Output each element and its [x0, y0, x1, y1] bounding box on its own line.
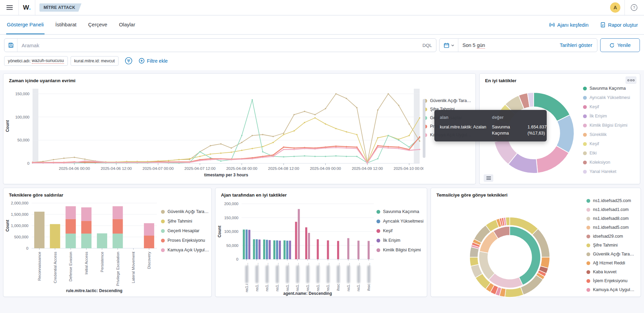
legend-item[interactable]: Şifre Tahmini: [161, 219, 211, 224]
explore-agent-button[interactable]: Ajanı keşfedin: [549, 22, 589, 28]
legend-item[interactable]: idsefsad29.com: [586, 234, 638, 239]
legend-item[interactable]: ns1.idsefsad25.com: [586, 198, 638, 203]
tab-gosterge-paneli[interactable]: Gösterge Paneli: [6, 15, 45, 34]
grouped-bar[interactable]: [305, 227, 307, 259]
help-button[interactable]: ?: [629, 2, 639, 13]
legend-item[interactable]: Süreklilik: [583, 132, 637, 137]
app-logo[interactable]: W.: [23, 4, 31, 11]
grouped-bar[interactable]: [266, 240, 268, 259]
grouped-bar[interactable]: [284, 240, 286, 259]
legend-item[interactable]: Ayrıcalık Yükseltmesi: [376, 219, 426, 224]
line-series[interactable]: [33, 118, 420, 163]
legend-item[interactable]: Güvenlik Açığı Tara…: [423, 98, 475, 103]
grouped-bar[interactable]: [337, 241, 339, 259]
legend-item[interactable]: Kaba kuvvet: [586, 270, 638, 274]
legend-item[interactable]: Savunma Kaçınma: [583, 86, 637, 91]
calendar-button[interactable]: [439, 39, 458, 52]
legend-item[interactable]: Ayrıcalık Yükseltmesi: [583, 95, 637, 100]
stacked-bar-segment[interactable]: [65, 206, 76, 219]
grouped-bar[interactable]: [263, 239, 265, 259]
legend-item[interactable]: Kamuya Açık Uygul…: [586, 287, 638, 292]
legend-item[interactable]: Keşif: [583, 104, 637, 109]
grouped-bar[interactable]: [368, 241, 370, 259]
tab-olaylar[interactable]: Olaylar: [118, 15, 136, 34]
grouped-bar[interactable]: [248, 230, 250, 259]
show-dates-button[interactable]: Tarihleri göster: [555, 42, 597, 48]
refresh-button[interactable]: Yenile: [600, 38, 640, 52]
grouped-bar[interactable]: [253, 239, 255, 259]
stacked-bar-segment[interactable]: [34, 212, 45, 248]
legend-item[interactable]: Güvenlik Açığı Tara…: [161, 209, 211, 214]
sunburst-outer-slice[interactable]: [506, 217, 510, 226]
save-query-button[interactable]: [4, 39, 17, 52]
legend-item[interactable]: Koleksiyon: [583, 160, 637, 165]
stacked-bar-segment[interactable]: [81, 208, 91, 221]
stacked-bar-segment[interactable]: [144, 236, 154, 248]
legend-item[interactable]: Savunma Kaçınma: [376, 209, 426, 214]
grouped-bar[interactable]: [286, 241, 288, 259]
filter-options-button[interactable]: [123, 55, 134, 66]
legend-item[interactable]: ns1.idsefsad5.com: [586, 225, 638, 230]
legend-list-button[interactable]: [484, 174, 493, 182]
filter-pill-mitre-id[interactable]: kural.mitre.id: mevcut: [71, 56, 119, 66]
stacked-bar-segment[interactable]: [50, 224, 60, 248]
grouped-bar[interactable]: [295, 222, 297, 259]
panel-options-button[interactable]: [626, 76, 636, 84]
stacked-bar-segment[interactable]: [97, 233, 107, 248]
menu-icon[interactable]: [5, 3, 14, 12]
legend-item[interactable]: Geçerli Hesaplar: [161, 228, 211, 233]
legend-item[interactable]: Etki: [583, 151, 637, 155]
stacked-bar-segment[interactable]: [81, 221, 91, 234]
sunburst-outer-slice[interactable]: [470, 257, 479, 266]
legend-item[interactable]: İlk Erişim: [376, 238, 426, 243]
sunburst-outer-slice[interactable]: [505, 287, 523, 297]
grouped-bar[interactable]: [289, 241, 291, 259]
query-language-button[interactable]: DQL: [418, 43, 436, 48]
stacked-bar-segment[interactable]: [113, 234, 123, 248]
legend-item[interactable]: Kimlik Bilgisi Erişimi: [583, 123, 637, 128]
legend-item[interactable]: Güvenlik Açığı Tara…: [586, 252, 638, 256]
grouped-bar[interactable]: [256, 239, 258, 259]
grouped-bar[interactable]: [357, 241, 359, 259]
add-filter-button[interactable]: Filtre ekle: [139, 58, 168, 64]
legend-item[interactable]: Ağ Hizmet Reddi: [586, 261, 638, 265]
legend-item[interactable]: Proses Enjeksiyonu: [161, 238, 211, 243]
stacked-bar-segment[interactable]: [113, 206, 123, 219]
line-series[interactable]: [33, 94, 420, 162]
legend-item[interactable]: İşlem Enjeksiyonu: [586, 278, 638, 283]
tab-cerceve[interactable]: Çerçeve: [87, 15, 108, 34]
grouped-bar[interactable]: [279, 241, 281, 259]
search-input[interactable]: [17, 42, 418, 48]
donut-slice[interactable]: [536, 146, 569, 173]
legend-item[interactable]: Kimlik Bilgisi Erişimi: [376, 248, 426, 252]
stacked-bar-segment[interactable]: [144, 223, 154, 236]
grouped-bar[interactable]: [327, 240, 329, 259]
legend-item[interactable]: Keşif: [376, 228, 426, 233]
grouped-bar[interactable]: [246, 229, 248, 259]
legend-item[interactable]: Yanal Hareket: [583, 169, 637, 174]
stacked-bar-segment[interactable]: [65, 234, 76, 248]
legend-item[interactable]: Şifre Tahmini: [586, 243, 638, 248]
grouped-bar[interactable]: [347, 238, 349, 259]
legend-scrollbar[interactable]: [423, 99, 425, 158]
legend-item[interactable]: Keşif: [583, 141, 637, 146]
legend-item[interactable]: ns1.idsefsad8.com: [586, 216, 638, 221]
filter-pill-manager-name[interactable]: yönetici.adı: wazuh-sunucusu: [4, 56, 68, 66]
avatar[interactable]: A: [610, 2, 620, 13]
grouped-bar[interactable]: [243, 229, 245, 259]
grouped-bar[interactable]: [259, 239, 261, 259]
generate-report-button[interactable]: Rapor oluştur: [600, 22, 638, 28]
grouped-bar[interactable]: [298, 209, 300, 259]
grouped-bar[interactable]: [269, 240, 271, 259]
legend-item[interactable]: İlk Erişim: [583, 114, 637, 118]
grouped-bar[interactable]: [276, 240, 278, 259]
grouped-bar[interactable]: [317, 239, 319, 259]
grouped-bar[interactable]: [273, 240, 275, 259]
time-range-value[interactable]: Son 5 gün: [458, 42, 555, 48]
tab-istihbarat[interactable]: İstihbarat: [55, 15, 77, 34]
legend-item[interactable]: ns1.idsefsad1.com: [586, 207, 638, 212]
stacked-bar-segment[interactable]: [65, 219, 76, 234]
grouped-bar[interactable]: [308, 233, 310, 259]
legend-item[interactable]: Kamuya Açık Uygul…: [161, 248, 211, 252]
stacked-bar-segment[interactable]: [81, 234, 91, 248]
